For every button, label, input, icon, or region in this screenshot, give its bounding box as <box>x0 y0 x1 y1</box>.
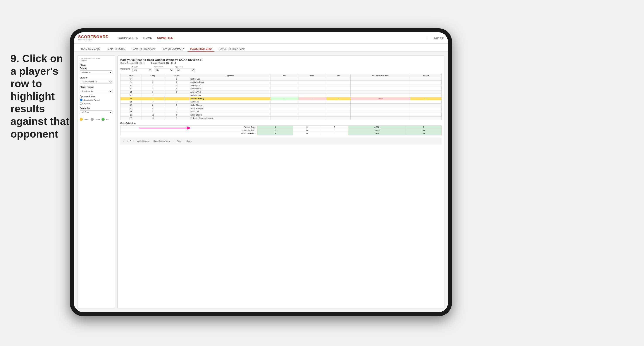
table-row[interactable]: 19106Emily Chang <box>120 113 442 117</box>
tablet-frame: SCOREBOARD Powered by clippi TOURNAMENTS… <box>70 28 452 316</box>
toolbar-undo-icon[interactable]: ↩ <box>123 140 125 142</box>
colour-select[interactable]: Win/loss <box>80 110 112 114</box>
dot-level <box>90 118 94 121</box>
logo: SCOREBOARD Powered by clippi <box>78 35 109 41</box>
table-row[interactable]: 613Sydney Kuo <box>120 84 442 87</box>
region-label: Region <box>132 66 152 68</box>
content-panel: Katelyn Vo Head-to-Head Grid for Women's… <box>118 55 444 309</box>
toolbar-share[interactable]: Share <box>185 139 193 143</box>
th-opponent: Opponent <box>189 74 270 77</box>
out-of-division-label: Out of division <box>120 122 442 125</box>
table-row[interactable]: 1474Eunice Yi <box>120 100 442 104</box>
radio-opponents-played[interactable]: Opponents Played <box>80 99 112 101</box>
dot-up <box>102 118 104 121</box>
nav-separator: | <box>426 36 428 40</box>
dot-down <box>80 118 83 121</box>
tab-player-h2h-grid[interactable]: PLAYER H2H GRID <box>188 46 214 52</box>
radio-top100[interactable]: Top 100 <box>80 102 112 105</box>
toolbar-redo-icon[interactable]: ↪ <box>126 140 128 142</box>
th-win: Win <box>270 74 298 77</box>
out-div-row[interactable]: NCAA Division 25007.40010 <box>120 132 442 135</box>
th-rounds: Rounds <box>410 74 442 77</box>
sidebar: Last Updated: 27/03/2024 16:55:38 Player… <box>77 55 115 309</box>
filter-opponents-row: Opponents: Region (All) Conference (All) <box>120 66 442 72</box>
panel-records: Overall Record: 353 - 34 - 6 Division Re… <box>120 62 442 64</box>
out-div-row[interactable]: NAIA Division 115009.26730 <box>120 129 442 132</box>
tab-team-h2h-heatmap[interactable]: TEAM H2H HEATMAP <box>129 46 158 52</box>
top-nav: SCOREBOARD Powered by clippi TOURNAMENTS… <box>74 32 448 44</box>
main-content: Last Updated: 27/03/2024 16:55:38 Player… <box>74 52 448 312</box>
dot-level-label: Level <box>96 118 100 120</box>
opponent-label: Opponent <box>175 66 195 68</box>
logo-sub: Powered by clippi <box>78 39 109 41</box>
table-row[interactable]: 20117Federica Domecq Lacroze <box>120 117 442 120</box>
toolbar-save-custom[interactable]: Save Custom View <box>152 139 171 143</box>
table-row[interactable]: 1691Jessica Mason <box>120 107 442 110</box>
sidebar-gender-label: Gender <box>80 67 112 70</box>
th-div: # Div <box>120 74 142 77</box>
sidebar-division-label: Division <box>80 77 112 79</box>
th-conf: # Conf <box>164 74 189 77</box>
bottom-toolbar: ↩ ↪ ↷ | View: Original Save Custom View … <box>120 137 442 145</box>
gender-select[interactable]: Women's <box>80 70 112 74</box>
tablet-screen: SCOREBOARD Powered by clippi TOURNAMENTS… <box>74 32 448 312</box>
nav-items: TOURNAMENTS TEAMS COMMITTEE <box>118 35 173 40</box>
sidebar-colour-label: Colour by <box>80 107 112 109</box>
table-row[interactable]: 1585Stella Cheng <box>120 104 442 107</box>
table-row[interactable]: 131Jessica Huang010-3.002 <box>120 97 442 100</box>
sidebar-player-rank-label: Player (Rank) <box>80 86 112 88</box>
nav-committee[interactable]: COMMITTEE <box>157 35 173 40</box>
sidebar-opponent-view-label: Opponent view <box>80 95 112 98</box>
conference-filter: Conference (All) <box>154 66 173 72</box>
colour-dots: Down Level Up <box>80 118 112 121</box>
opponent-filter: Opponent (All) <box>175 66 195 72</box>
tab-team-summary[interactable]: TEAM SUMMARY <box>78 46 103 52</box>
instruction-text: 9. Click on a player's row to highlight … <box>10 52 72 140</box>
dot-down-label: Down <box>84 118 89 120</box>
nav-teams[interactable]: TEAMS <box>143 35 152 40</box>
th-tie: Tie <box>326 74 350 77</box>
tab-player-summary[interactable]: PLAYER SUMMARY <box>159 46 187 52</box>
toolbar-watch[interactable]: Watch <box>175 139 184 143</box>
panel-title: Katelyn Vo Head-to-Head Grid for Women's… <box>120 58 442 61</box>
toolbar-sep-1: | <box>134 140 134 142</box>
h2h-table: # Div # Reg # Conf Opponent Win Loss Tie… <box>120 74 442 120</box>
opponent-view-radio-group: Opponents Played Top 100 <box>80 99 112 105</box>
table-row[interactable]: 31Esther Lee <box>120 77 442 81</box>
table-row[interactable]: 522Alexis Sudjianto <box>120 81 442 84</box>
dot-up-label: Up <box>106 118 108 120</box>
table-row[interactable]: 1822Euna Lee <box>120 110 442 113</box>
th-diff: Diff Av Strokes/Rnd <box>350 74 410 77</box>
sign-out-link[interactable]: Sign out <box>434 36 444 39</box>
table-row[interactable]: 1063Andrea York <box>120 90 442 94</box>
player-rank-select[interactable]: 8. Katelyn Vo <box>80 89 112 93</box>
toolbar-view-original[interactable]: View: Original <box>136 139 150 143</box>
out-division-table: Foreign Team1004.5002NAIA Division 11500… <box>120 125 442 135</box>
instruction-number: 9. <box>10 53 19 64</box>
instruction-body: Click on a player's row to highlight res… <box>10 53 69 140</box>
toolbar-forward-icon[interactable]: ↷ <box>130 140 132 142</box>
region-select[interactable]: (All) <box>132 68 152 72</box>
division-select[interactable]: NCAA Division III <box>80 80 112 84</box>
th-loss: Loss <box>298 74 326 77</box>
nav-tournaments[interactable]: TOURNAMENTS <box>118 35 138 40</box>
table-row[interactable]: 131Haejo Hyun <box>120 94 442 97</box>
division-record-label: Division Record: 331 - 34 - 6 <box>151 62 176 64</box>
opponents-label: Opponents: <box>120 68 130 70</box>
sidebar-timestamp: Last Updated: 27/03/2024 16:55:38 <box>80 58 112 62</box>
tab-player-h2h-heatmap[interactable]: PLAYER H2H HEATMAP <box>215 46 247 52</box>
sub-nav: TEAM SUMMARY TEAM H2H GRID TEAM H2H HEAT… <box>74 44 448 52</box>
table-row[interactable]: 914Sharon Mun <box>120 87 442 90</box>
toolbar-sep-2: | <box>173 140 174 142</box>
overall-record-label: Overall Record: 353 - 34 - 6 <box>120 62 144 64</box>
th-reg: # Reg <box>142 74 164 77</box>
opponent-select[interactable]: (All) <box>175 68 195 72</box>
logo-text: SCOREBOARD <box>78 35 109 39</box>
region-filter: Region (All) <box>132 66 152 72</box>
conference-label: Conference <box>154 66 173 68</box>
conference-select[interactable]: (All) <box>154 68 173 72</box>
out-div-row[interactable]: Foreign Team1004.5002 <box>120 126 442 129</box>
tab-team-h2h-grid[interactable]: TEAM H2H GRID <box>104 46 128 52</box>
sidebar-player-label: Player <box>80 64 112 66</box>
